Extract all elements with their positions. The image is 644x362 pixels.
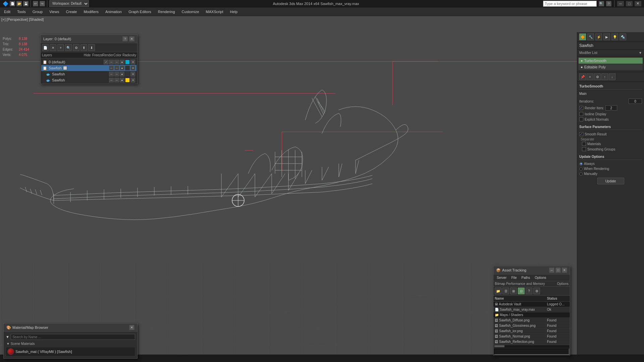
rp-modify-icon[interactable]: 🔧 xyxy=(587,34,594,40)
table-row[interactable]: 🖼 Sawfish_ior.png Found xyxy=(493,328,570,334)
tris-label: Tris: xyxy=(3,42,16,47)
menu-graph-editors[interactable]: Graph Editors xyxy=(126,8,154,15)
table-row[interactable]: 📄 Sawfish_max_vray.max Ok xyxy=(493,307,570,312)
at-menu-paths[interactable]: Paths xyxy=(520,275,532,280)
at-minimize-button[interactable]: ─ xyxy=(549,267,554,273)
layer-child2-color xyxy=(125,78,130,82)
maximize-button[interactable]: □ xyxy=(626,1,633,6)
layer-row-default[interactable]: 📋 0 (default) ✓ ─ ─ ● ☀ xyxy=(41,59,137,65)
mod-config-icon[interactable]: ⚙ xyxy=(594,73,601,80)
at-menu-file[interactable]: File xyxy=(509,275,519,280)
table-row[interactable]: 🖼 Sawfish_Reflection.png Found xyxy=(493,339,570,345)
at-help-icon[interactable]: ? xyxy=(526,288,532,294)
modifier-editablepoly[interactable]: ● Editable Poly xyxy=(579,64,643,70)
materials-checkbox[interactable] xyxy=(582,142,586,146)
at-scrollbar-thumb[interactable] xyxy=(494,345,504,347)
open-icon[interactable]: 📂 xyxy=(16,1,22,6)
manually-radio[interactable] xyxy=(579,172,583,176)
menu-tools[interactable]: Tools xyxy=(14,8,29,15)
mat-browser-close[interactable]: ✕ xyxy=(129,325,135,330)
mod-pin-icon[interactable]: 📌 xyxy=(579,73,586,80)
render-iters-input[interactable] xyxy=(605,105,617,111)
viewport[interactable]: [+] [Perspective] [Shaded] Polys: 8 138 … xyxy=(0,16,644,362)
rp-display-icon[interactable]: 💡 xyxy=(611,34,618,40)
titlebar-right: 🔍 ? ─ □ ✕ xyxy=(543,0,641,7)
smooth-result-label: Smooth Result xyxy=(585,132,607,136)
modifier-turbosmooth[interactable]: ● TurboSmooth xyxy=(579,58,643,64)
table-row[interactable]: 🖼 Sawfish_Normal.png Found xyxy=(493,334,570,339)
when-rendering-radio[interactable] xyxy=(579,167,583,171)
search-icon[interactable]: 🔍 xyxy=(599,1,604,6)
layers-settings-icon[interactable]: ⚙ xyxy=(73,44,79,51)
layers-add-icon[interactable]: + xyxy=(57,44,64,51)
layers-delete-icon[interactable]: ✕ xyxy=(50,44,56,51)
redo-icon[interactable]: ↪ xyxy=(40,1,45,6)
update-button[interactable]: Update xyxy=(597,178,624,184)
menu-help[interactable]: Help xyxy=(227,8,240,15)
layers-expand-icon[interactable]: ⬆ xyxy=(80,44,87,51)
layers-collapse-icon[interactable]: ⬇ xyxy=(88,44,95,51)
rp-hierarchy-icon[interactable]: ⚡ xyxy=(595,34,602,40)
iterations-input[interactable] xyxy=(629,99,642,104)
search-input[interactable] xyxy=(543,1,597,7)
table-row[interactable]: 🖼 Sawfish_Glossiness.png Found xyxy=(493,323,570,328)
mat-search-row: ▼ xyxy=(6,334,135,340)
rp-create-icon[interactable]: 🔶 xyxy=(579,34,586,40)
smooth-result-checkbox[interactable] xyxy=(579,132,583,136)
at-grid-icon[interactable]: ⊞ xyxy=(510,288,517,294)
layers-find-icon[interactable]: 🔍 xyxy=(65,44,72,51)
table-row[interactable]: 🏛 Autodesk Vault Logged O... xyxy=(493,302,570,307)
mat-search-input[interactable] xyxy=(11,334,135,340)
render-iters-checkbox[interactable] xyxy=(579,106,583,110)
file-new-icon[interactable]: 📄 xyxy=(10,1,15,6)
mod-move-up-icon[interactable]: ↑ xyxy=(601,73,608,80)
update-options-label: Update Options xyxy=(579,154,642,160)
rp-utilities-icon[interactable]: 🔩 xyxy=(620,34,626,40)
menu-animation[interactable]: Animation xyxy=(103,8,124,15)
menu-rendering[interactable]: Rendering xyxy=(155,8,178,15)
menu-modifiers[interactable]: Modifiers xyxy=(81,8,101,15)
at-maximize-button[interactable]: □ xyxy=(555,267,561,273)
table-row[interactable]: 📁 Maps / Shaders xyxy=(493,312,570,318)
menu-create[interactable]: Create xyxy=(63,8,79,15)
at-list-icon[interactable]: ☰ xyxy=(502,288,509,294)
layers-col-radiosity: Radiosity xyxy=(122,53,132,57)
isoline-checkbox[interactable] xyxy=(579,112,583,116)
table-row[interactable]: 🖼 Sawfish_Diffuse.png Found xyxy=(493,318,570,323)
mod-move-down-icon[interactable]: ↓ xyxy=(609,73,615,80)
layer-row-sawfish[interactable]: 📋 Sawfish ─ ─ ● ☀ xyxy=(41,65,137,71)
menu-views[interactable]: Views xyxy=(47,8,62,15)
materials-row: Materials xyxy=(579,141,642,146)
at-menu-server[interactable]: Server xyxy=(495,275,508,280)
at-menu-options[interactable]: Options xyxy=(533,275,548,280)
at-close-button[interactable]: ✕ xyxy=(562,267,567,273)
layers-close-button[interactable]: ✕ xyxy=(129,36,135,42)
menu-customize[interactable]: Customize xyxy=(179,8,202,15)
mod-new-icon[interactable]: + xyxy=(587,73,593,80)
at-settings-icon[interactable]: ⚙ xyxy=(533,288,540,294)
menu-group[interactable]: Group xyxy=(30,8,46,15)
layer-row-sawfish-child1[interactable]: 🐟 Sawfish ─ ─ ● ☀ xyxy=(41,71,137,77)
layers-help-button[interactable]: ? xyxy=(122,36,128,42)
rp-motion-icon[interactable]: ▶ xyxy=(603,34,610,40)
mat-item[interactable]: Sawfish_mat ( VRayMtl ) [Sawfish] xyxy=(6,347,135,356)
svg-line-9 xyxy=(30,189,32,194)
workspace-select[interactable]: Workspace: Default xyxy=(49,0,89,7)
help-icon[interactable]: ? xyxy=(606,1,611,6)
layer-row-sawfish-child2[interactable]: 🐟 Sawfish ─ ─ ● ☀ xyxy=(41,77,137,83)
save-icon[interactable]: 💾 xyxy=(23,1,29,6)
minimize-button[interactable]: ─ xyxy=(617,1,624,6)
menu-edit[interactable]: Edit xyxy=(1,8,13,15)
at-detail-icon[interactable]: ⊟ xyxy=(518,288,525,294)
layer-default-name: 0 (default) xyxy=(49,60,65,64)
smoothing-groups-checkbox[interactable] xyxy=(582,147,586,151)
undo-icon[interactable]: ↩ xyxy=(33,1,38,6)
modifier-list-arrow[interactable]: ▼ xyxy=(639,51,642,55)
close-button[interactable]: ✕ xyxy=(635,1,641,6)
always-radio[interactable] xyxy=(579,162,583,166)
at-folder-icon[interactable]: 📁 xyxy=(495,288,501,294)
menu-maxscript[interactable]: MAXScript xyxy=(203,8,226,15)
explicit-normals-checkbox[interactable] xyxy=(579,117,583,121)
layers-new-icon[interactable]: 📄 xyxy=(42,44,49,51)
at-scrollbar[interactable] xyxy=(494,345,569,348)
